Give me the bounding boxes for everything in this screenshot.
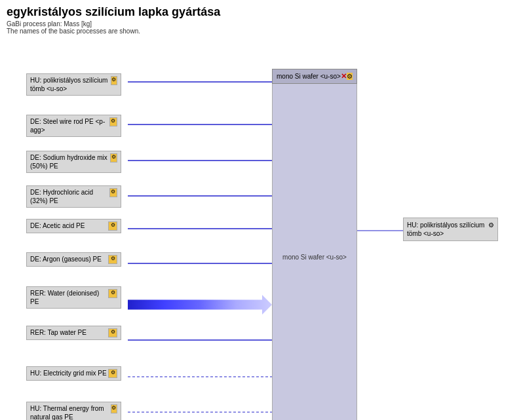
water-flow-arrow bbox=[128, 295, 272, 315]
icon-4: ⚙ bbox=[109, 188, 117, 197]
center-body-label: mono Si wafer <u-so> bbox=[282, 254, 347, 261]
input-box-10[interactable]: HU: Thermal energy from natural gas PE ⚙ bbox=[26, 402, 121, 420]
input-box-4[interactable]: DE: Hydrochloric acid (32%) PE ⚙ bbox=[26, 185, 121, 208]
center-x-icon: ✕ bbox=[341, 72, 347, 81]
icon-2: ⚙ bbox=[109, 117, 117, 126]
output-label: HU: polikristályos szilícium tömb <u-so> bbox=[407, 221, 488, 238]
input-box-9[interactable]: HU: Electricity grid mix PE ⚙ bbox=[26, 366, 121, 381]
input-box-2[interactable]: DE: Steel wire rod PE <p-agg> ⚙ bbox=[26, 115, 121, 137]
page-title: egykristályos szilícium lapka gyártása bbox=[0, 0, 521, 20]
output-icon: ⚙ bbox=[488, 221, 494, 229]
icon-1: ⚙ bbox=[111, 76, 117, 85]
icon-8: ⚙ bbox=[108, 328, 117, 337]
icon-3: ⚙ bbox=[110, 153, 117, 162]
input-box-5[interactable]: DE: Acetic acid PE ⚙ bbox=[26, 219, 121, 233]
icon-9: ⚙ bbox=[108, 369, 117, 378]
center-process-box[interactable]: mono Si wafer <u-so> ✕ ⚙ mono Si wafer <… bbox=[272, 69, 357, 420]
icon-6: ⚙ bbox=[108, 255, 117, 264]
icon-5: ⚙ bbox=[108, 221, 117, 231]
input-box-3[interactable]: DE: Sodium hydroxide mix (50%) PE ⚙ bbox=[26, 151, 121, 173]
center-top-label: mono Si wafer <u-so> bbox=[277, 73, 341, 80]
subtitle: GaBi process plan: Mass [kg] The names o… bbox=[0, 20, 521, 37]
center-icon: ⚙ bbox=[347, 73, 353, 80]
input-box-6[interactable]: DE: Argon (gaseous) PE ⚙ bbox=[26, 252, 121, 267]
icon-7: ⚙ bbox=[108, 289, 117, 298]
diagram-area: HU: polikristályos szilícium tömb <u-so>… bbox=[0, 37, 521, 420]
icon-10: ⚙ bbox=[111, 404, 117, 413]
input-box-1[interactable]: HU: polikristályos szilícium tömb <u-so>… bbox=[26, 73, 121, 96]
input-box-8[interactable]: RER: Tap water PE ⚙ bbox=[26, 326, 121, 340]
output-box[interactable]: HU: polikristályos szilícium tömb <u-so>… bbox=[403, 218, 498, 241]
input-box-7[interactable]: RER: Water (deionised) PE ⚙ bbox=[26, 286, 121, 309]
